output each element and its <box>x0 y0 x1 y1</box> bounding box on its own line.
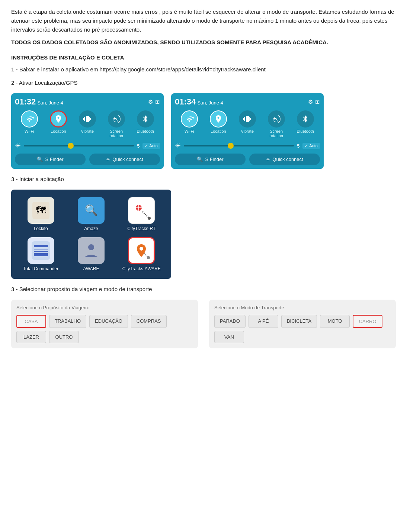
quickconnect-btn-right[interactable]: ✳ Quick connect <box>249 154 320 165</box>
location-circle-right <box>210 110 227 128</box>
auto-badge-right: ✓ Auto <box>302 143 320 149</box>
phone-time-left: 01:32 Sun, June 4 <box>15 97 63 107</box>
toggle-wifi-left: Wi-Fi <box>21 110 38 138</box>
svg-point-15 <box>140 247 143 251</box>
app-citytracks-rt[interactable]: CityTracks-RT <box>119 197 164 231</box>
app-grid: 🗺 Lockito 🔍 Amaze <box>19 197 164 271</box>
total-commander-label: Total Commander <box>23 266 58 271</box>
toggle-wifi-right: Wi-Fi <box>181 110 198 138</box>
trip-btn-outro[interactable]: OUTRO <box>49 331 79 343</box>
intro-paragraph: Esta é a etapa da coleta onde costumam o… <box>11 7 396 34</box>
aware-label: AWARE <box>83 266 99 271</box>
toggle-location-right: Location <box>210 110 227 138</box>
transport-btn-van[interactable]: VAN <box>214 331 244 343</box>
quick-toggles-left: Wi-Fi Location Vibrate Scr <box>15 110 160 138</box>
aware-icon <box>78 237 105 264</box>
trip-btn-educacao[interactable]: EDUCAÇÃO <box>89 315 128 328</box>
total-commander-icon <box>28 237 54 264</box>
sfinder-btn-left[interactable]: 🔍 S Finder <box>15 154 86 165</box>
grid-icon-left: ⊞ <box>155 99 160 105</box>
svg-text:🗺: 🗺 <box>36 204 46 216</box>
brightness-bar-left <box>24 145 134 146</box>
brightness-row-left: ☀ 5 ✓ Auto <box>15 142 160 150</box>
brightness-icon-left: ☀ <box>15 142 21 150</box>
gear-icon-left: ⚙ <box>148 99 153 105</box>
svg-point-6 <box>148 217 151 220</box>
search-icon-left: 🔍 <box>37 157 43 162</box>
wifi-label-left: Wi-Fi <box>25 129 34 133</box>
trip-btn-trabalho[interactable]: TRABALHO <box>49 315 86 328</box>
selection-panels: Selecione o Propósito da Viagem: CASA TR… <box>11 300 396 348</box>
vibrate-label-left: Vibrate <box>81 129 94 133</box>
app-amaze[interactable]: 🔍 Amaze <box>69 197 113 231</box>
transport-mode-panel: Selecione o Modo de Transporte: PARADO A… <box>209 300 396 348</box>
app-grid-container: 🗺 Lockito 🔍 Amaze <box>11 190 171 279</box>
brightness-icon-right: ☀ <box>175 142 181 150</box>
transport-mode-title: Selecione o Modo de Transporte: <box>214 305 391 310</box>
quickconnect-btn-left[interactable]: ✳ Quick connect <box>89 154 160 165</box>
location-circle-left <box>50 110 67 128</box>
phone-header-right: 01:34 Sun, June 4 ⚙ ⊞ <box>175 97 320 107</box>
toggle-location-left: Location <box>50 110 67 138</box>
step-2: 2 - Ativar Localização/GPS <box>11 78 396 87</box>
svg-rect-11 <box>34 252 48 253</box>
citytracks-rt-label: CityTracks-RT <box>127 226 156 231</box>
svg-rect-9 <box>34 247 48 249</box>
screenshot-left: 01:32 Sun, June 4 ⚙ ⊞ Wi-Fi Location <box>11 93 164 169</box>
trip-btn-compras[interactable]: COMPRAS <box>131 315 167 328</box>
toggle-rotation-left: Screenrotation <box>108 110 125 138</box>
wifi-circle-left <box>21 110 38 128</box>
toggle-vibrate-left: Vibrate <box>79 110 96 138</box>
rotation-circle-right <box>268 110 285 128</box>
privacy-notice: TODOS OS DADOS COLETADOS SÃO ANONIMIZADO… <box>11 38 396 47</box>
gear-icon-right: ⚙ <box>308 99 313 105</box>
location-label-left: Location <box>51 129 66 133</box>
transport-btn-carro[interactable]: CARRO <box>353 315 382 328</box>
lockito-label: Lockito <box>34 226 48 231</box>
bluetooth-label-right: Bluetooth <box>297 129 314 133</box>
phone-header-icons-left: ⚙ ⊞ <box>148 99 160 105</box>
trip-purpose-buttons: CASA TRABALHO EDUCAÇÃO COMPRAS LAZER OUT… <box>16 315 193 343</box>
amaze-icon: 🔍 <box>78 197 105 224</box>
lockito-icon: 🗺 <box>28 197 54 224</box>
svg-point-13 <box>88 244 94 250</box>
transport-btn-moto[interactable]: MOTO <box>320 315 350 328</box>
svg-point-16 <box>147 256 150 259</box>
trip-purpose-panel: Selecione o Propósito da Viagem: CASA TR… <box>11 300 198 348</box>
brightness-num-left: 5 <box>137 143 140 149</box>
app-aware[interactable]: AWARE <box>69 237 113 271</box>
amaze-label: Amaze <box>84 226 98 231</box>
brightness-num-right: 5 <box>297 143 299 149</box>
rotation-label-left: Screenrotation <box>109 129 123 138</box>
trip-btn-lazer[interactable]: LAZER <box>16 331 46 343</box>
citytracks-aware-icon <box>128 237 155 264</box>
toggle-rotation-right: Screenrotation <box>268 110 285 138</box>
grid-icon-right: ⊞ <box>315 99 320 105</box>
phone-header-icons-right: ⚙ ⊞ <box>308 99 320 105</box>
phone-time-right: 01:34 Sun, June 4 <box>175 97 223 107</box>
instructions-title: INSTRUÇÕES DE INSTALAÇÃO E COLETA <box>11 54 396 61</box>
brightness-thumb-left <box>68 143 74 149</box>
step-1: 1 - Baixar e instalar o aplicativo em ht… <box>11 65 396 74</box>
toggle-vibrate-right: Vibrate <box>239 110 256 138</box>
auto-badge-left: ✓ Auto <box>142 143 160 149</box>
quick-toggles-right: Wi-Fi Location Vibrate Screenrotation <box>175 110 320 138</box>
trip-btn-casa[interactable]: CASA <box>16 315 46 328</box>
connect-icon-right: ✳ <box>266 157 270 162</box>
transport-btn-bicicleta[interactable]: BICICLETA <box>281 315 317 328</box>
toggle-bluetooth-left: Bluetooth <box>137 110 154 138</box>
vibrate-circle-right <box>239 110 256 128</box>
bluetooth-circle-left <box>137 110 154 128</box>
bluetooth-circle-right <box>297 110 314 128</box>
app-lockito[interactable]: 🗺 Lockito <box>19 197 63 231</box>
transport-btn-parado[interactable]: PARADO <box>214 315 246 328</box>
connect-icon-left: ✳ <box>106 157 110 162</box>
app-total-commander[interactable]: Total Commander <box>19 237 63 271</box>
screenshot-right: 01:34 Sun, June 4 ⚙ ⊞ Wi-Fi Location <box>171 93 324 169</box>
transport-btn-ape[interactable]: A PÉ <box>249 315 278 328</box>
svg-text:🔍: 🔍 <box>84 204 97 216</box>
sfinder-btn-right[interactable]: 🔍 S Finder <box>175 154 246 165</box>
bottom-buttons-left: 🔍 S Finder ✳ Quick connect <box>15 154 160 165</box>
bluetooth-label-left: Bluetooth <box>137 129 154 133</box>
app-citytracks-aware[interactable]: CityTracks-AWARE <box>119 237 164 271</box>
